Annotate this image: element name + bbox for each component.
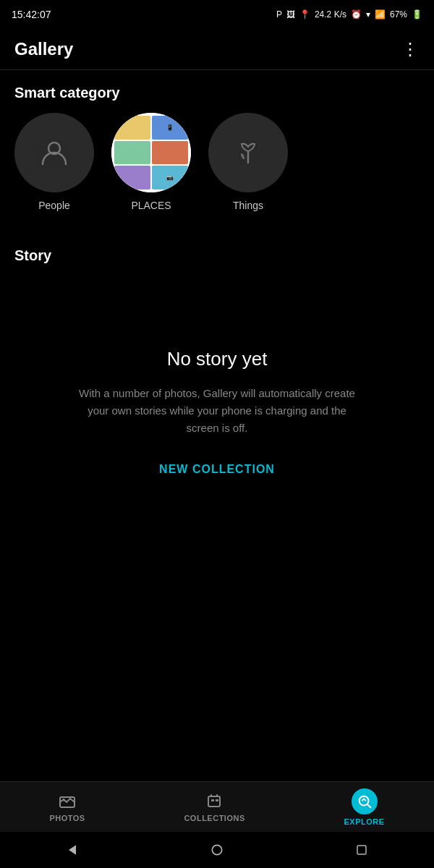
nav-photos[interactable]: PHOTOS: [35, 788, 99, 827]
system-nav: [0, 832, 434, 868]
explore-nav-icon-circle: [352, 788, 378, 814]
app-title: Gallery: [14, 39, 73, 59]
signal-icon: 📶: [375, 9, 386, 20]
smart-category-row: People 📱 📷 PLACES: [14, 113, 420, 226]
explore-nav-label: Explore: [344, 817, 385, 826]
wifi-icon: ▾: [366, 9, 370, 20]
person-icon: [38, 137, 70, 169]
things-label: Things: [233, 200, 263, 211]
places-circle: 📱 📷: [111, 113, 191, 192]
status-icons: P 🖼 📍 24.2 K/s ⏰ ▾ 📶 67% 🔋: [276, 9, 422, 20]
svg-rect-3: [208, 796, 220, 807]
parking-icon: P: [276, 9, 282, 20]
back-button[interactable]: [64, 841, 81, 859]
people-circle: [14, 113, 94, 192]
new-collection-button[interactable]: NEW COLLECTION: [159, 457, 275, 482]
svg-point-9: [212, 845, 221, 854]
svg-rect-10: [357, 846, 366, 854]
alarm-icon: ⏰: [351, 9, 362, 20]
category-people[interactable]: People: [14, 113, 94, 211]
recents-button[interactable]: [353, 841, 370, 859]
status-bar: 15:42:07 P 🖼 📍 24.2 K/s ⏰ ▾ 📶 67% 🔋: [0, 0, 434, 29]
network-speed: 24.2 K/s: [315, 9, 346, 20]
category-things[interactable]: Things: [208, 113, 288, 211]
app-bar: Gallery ⋮: [0, 29, 434, 69]
photos-nav-label: PHOTOS: [49, 814, 85, 822]
svg-point-2: [63, 799, 65, 801]
nav-explore[interactable]: Explore: [330, 784, 399, 830]
places-label: PLACES: [131, 200, 171, 211]
photos-nav-icon: [58, 792, 77, 811]
story-section: Story: [14, 226, 420, 276]
collections-nav-icon: [205, 792, 224, 811]
svg-marker-8: [69, 845, 76, 854]
more-options-button[interactable]: ⋮: [401, 39, 420, 59]
no-story-description: With a number of photos, Gallery will au…: [72, 385, 362, 437]
people-label: People: [38, 200, 70, 211]
flower-icon: [232, 137, 264, 169]
smart-category-title: Smart category: [14, 70, 420, 113]
svg-line-7: [367, 804, 370, 807]
nav-collections[interactable]: COLLECTIONS: [169, 788, 259, 827]
image-icon: 🖼: [286, 9, 295, 20]
svg-rect-5: [216, 799, 218, 801]
home-button[interactable]: [208, 841, 226, 859]
main-content: Smart category People 📱: [0, 70, 434, 276]
bottom-nav: PHOTOS COLLECTIONS Explore: [0, 781, 434, 832]
no-story-area: No story yet With a number of photos, Ga…: [0, 276, 434, 525]
svg-rect-4: [211, 799, 214, 801]
status-time: 15:42:07: [12, 9, 51, 20]
category-places[interactable]: 📱 📷 PLACES: [111, 113, 191, 211]
location-icon: 📍: [299, 9, 310, 20]
no-story-title: No story yet: [167, 348, 268, 370]
story-title: Story: [14, 233, 420, 276]
collections-nav-label: COLLECTIONS: [184, 814, 244, 822]
battery-level: 67%: [390, 9, 407, 20]
things-circle: [208, 113, 288, 192]
battery-icon: 🔋: [412, 9, 422, 20]
